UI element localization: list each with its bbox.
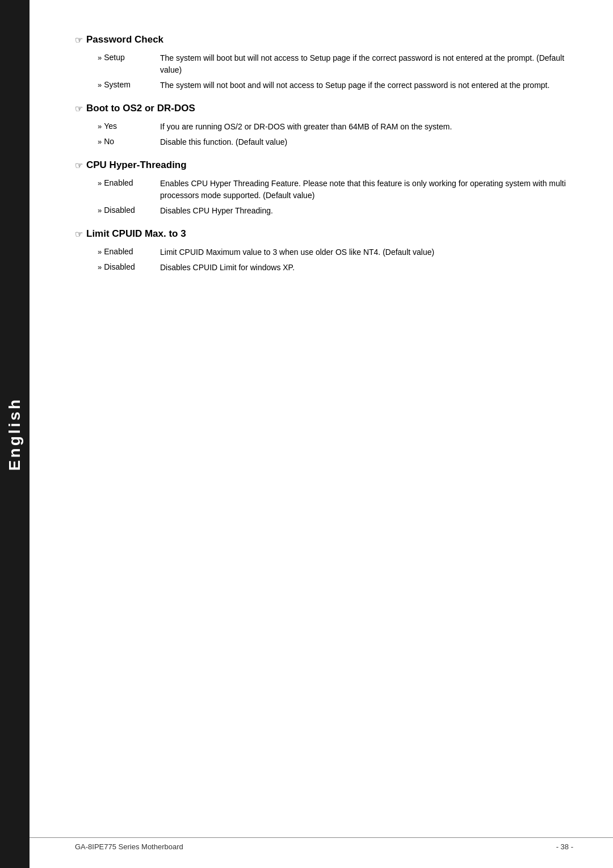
section-password-check-header: ☞ Password Check [75,34,573,45]
list-item: » No Disable this function. (Default val… [98,136,573,148]
item-label-setup: » Setup [98,52,160,76]
sidebar-label: English [6,397,24,471]
item-label-system: » System [98,79,160,91]
item-label-enabled: » Enabled [98,178,160,202]
section-icon: ☞ [75,229,83,240]
main-content: ☞ Password Check » Setup The system will… [30,0,613,868]
section-limit-cpuid-items: » Enabled Limit CPUID Maximum value to 3… [98,246,573,274]
item-label-text: Disabled [104,206,135,215]
arrow-icon: » [98,137,102,146]
section-limit-cpuid-header: ☞ Limit CPUID Max. to 3 [75,228,573,240]
section-icon: ☞ [75,35,83,45]
item-label-disabled2: » Disabled [98,262,160,274]
item-label-text: System [104,80,131,89]
item-label-text: No [104,137,114,146]
section-limit-cpuid: ☞ Limit CPUID Max. to 3 » Enabled Limit … [75,228,573,274]
list-item: » Enabled Limit CPUID Maximum value to 3… [98,246,573,258]
section-boot-os2-header: ☞ Boot to OS2 or DR-DOS [75,103,573,114]
section-cpu-hyper: ☞ CPU Hyper-Threading » Enabled Enables … [75,160,573,217]
item-label-text: Enabled [104,247,133,256]
item-description-enabled: Enables CPU Hyper Threading Feature. Ple… [160,178,573,202]
arrow-icon: » [98,81,102,89]
section-title: Boot to OS2 or DR-DOS [86,103,195,114]
list-item: » Yes If you are running OS/2 or DR-DOS … [98,121,573,133]
footer-product-name: GA-8IPE775 Series Motherboard [75,842,183,851]
arrow-icon: » [98,206,102,215]
section-boot-os2-items: » Yes If you are running OS/2 or DR-DOS … [98,121,573,148]
arrow-icon: » [98,248,102,256]
section-password-check-items: » Setup The system will boot but will no… [98,52,573,91]
section-cpu-hyper-header: ☞ CPU Hyper-Threading [75,160,573,171]
item-description-yes: If you are running OS/2 or DR-DOS with g… [160,121,573,133]
item-label-text: Disabled [104,262,135,271]
list-item: » Enabled Enables CPU Hyper Threading Fe… [98,178,573,202]
item-description-system: The system will not boot and will not ac… [160,79,573,91]
sidebar: English [0,0,30,868]
item-description-disabled: Disables CPU Hyper Threading. [160,205,573,217]
section-icon: ☞ [75,160,83,171]
item-description-setup: The system will boot but will not access… [160,52,573,76]
item-label-no: » No [98,136,160,148]
item-label-disabled: » Disabled [98,205,160,217]
item-description-disabled2: Disables CPUID Limit for windows XP. [160,262,573,274]
item-description-no: Disable this function. (Default value) [160,136,573,148]
footer: GA-8IPE775 Series Motherboard - 38 - [30,837,613,851]
list-item: » Disabled Disables CPU Hyper Threading. [98,205,573,217]
list-item: » Setup The system will boot but will no… [98,52,573,76]
item-label-text: Enabled [104,178,133,187]
item-label-text: Setup [104,53,125,62]
section-cpu-hyper-items: » Enabled Enables CPU Hyper Threading Fe… [98,178,573,217]
section-title: CPU Hyper-Threading [86,160,187,171]
section-password-check: ☞ Password Check » Setup The system will… [75,34,573,91]
item-label-yes: » Yes [98,121,160,133]
section-boot-os2: ☞ Boot to OS2 or DR-DOS » Yes If you are… [75,103,573,148]
footer-page-number: - 38 - [556,842,573,851]
list-item: » Disabled Disables CPUID Limit for wind… [98,262,573,274]
section-title: Password Check [86,34,163,45]
arrow-icon: » [98,53,102,62]
item-label-enabled2: » Enabled [98,246,160,258]
item-description-enabled2: Limit CPUID Maximum value to 3 when use … [160,246,573,258]
arrow-icon: » [98,179,102,187]
arrow-icon: » [98,263,102,271]
item-label-text: Yes [104,121,117,131]
list-item: » System The system will not boot and wi… [98,79,573,91]
arrow-icon: » [98,122,102,131]
section-title: Limit CPUID Max. to 3 [86,228,186,240]
section-icon: ☞ [75,103,83,114]
